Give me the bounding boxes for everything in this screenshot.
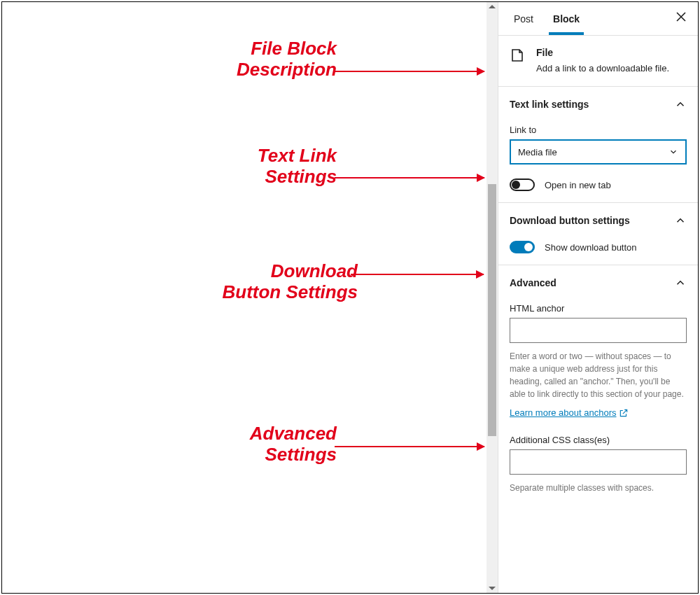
html-anchor-help: Enter a word or two — without spaces — t… bbox=[510, 350, 687, 400]
annotation-arrow-1 bbox=[335, 71, 484, 72]
text-link-settings-header[interactable]: Text link settings bbox=[510, 98, 687, 111]
annotation-advanced-settings: Advanced Settings bbox=[250, 424, 337, 465]
block-subtitle: Add a link to a downloadable file. bbox=[536, 62, 669, 75]
editor-scrollbar[interactable] bbox=[486, 2, 498, 593]
annotation-arrow-2 bbox=[335, 177, 484, 178]
link-to-select[interactable]: Media file bbox=[510, 139, 687, 164]
html-anchor-label: HTML anchor bbox=[510, 303, 687, 314]
chevron-up-icon bbox=[674, 214, 687, 227]
download-button-settings-panel: Download button settings Show download b… bbox=[498, 203, 698, 265]
sidebar-tabs: Post Block bbox=[498, 2, 698, 36]
learn-more-anchors-text: Learn more about anchors bbox=[510, 407, 616, 418]
block-title: File bbox=[536, 47, 669, 58]
advanced-panel: Advanced HTML anchor Enter a word or two… bbox=[498, 265, 698, 498]
scrollbar-thumb[interactable] bbox=[488, 184, 496, 436]
text-link-settings-panel: Text link settings Link to Media file Op… bbox=[498, 87, 698, 203]
close-sidebar-button[interactable] bbox=[671, 7, 691, 30]
link-to-value: Media file bbox=[518, 147, 557, 158]
scrollbar-arrow-down-icon[interactable] bbox=[489, 587, 496, 590]
file-block-icon bbox=[510, 47, 526, 64]
css-classes-label: Additional CSS class(es) bbox=[510, 435, 687, 445]
show-download-toggle[interactable] bbox=[510, 241, 535, 253]
css-classes-help: Separate multiple classes with spaces. bbox=[510, 482, 687, 494]
advanced-header[interactable]: Advanced bbox=[510, 276, 687, 289]
tab-post[interactable]: Post bbox=[504, 4, 543, 34]
close-icon bbox=[676, 11, 687, 22]
external-link-icon bbox=[619, 408, 629, 418]
open-new-tab-label: Open in new tab bbox=[545, 180, 611, 190]
settings-sidebar: Post Block File Add a link to a download… bbox=[498, 2, 698, 593]
download-button-settings-title: Download button settings bbox=[510, 215, 630, 226]
app-frame: File Block Description Text Link Setting… bbox=[1, 1, 699, 594]
download-button-settings-header[interactable]: Download button settings bbox=[510, 214, 687, 227]
chevron-up-icon bbox=[674, 98, 687, 111]
scrollbar-arrow-up-icon[interactable] bbox=[489, 5, 496, 8]
annotation-file-block-description: File Block Description bbox=[237, 38, 337, 80]
chevron-down-icon bbox=[668, 147, 678, 157]
chevron-up-icon bbox=[674, 276, 687, 289]
css-classes-input[interactable] bbox=[510, 449, 687, 475]
annotation-arrow-4 bbox=[335, 446, 484, 447]
open-new-tab-toggle[interactable] bbox=[510, 178, 535, 191]
editor-canvas: File Block Description Text Link Setting… bbox=[2, 2, 498, 593]
advanced-title: Advanced bbox=[510, 277, 556, 288]
text-link-settings-title: Text link settings bbox=[510, 99, 589, 110]
block-description-panel: File Add a link to a downloadable file. bbox=[498, 36, 698, 87]
tab-block[interactable]: Block bbox=[543, 4, 589, 34]
annotation-text-link-settings: Text Link Settings bbox=[258, 146, 337, 188]
annotation-arrow-3 bbox=[351, 274, 484, 275]
show-download-label: Show download button bbox=[545, 242, 637, 253]
annotation-download-button-settings: Download Button Settings bbox=[222, 261, 358, 303]
link-to-label: Link to bbox=[510, 125, 687, 135]
learn-more-anchors-link[interactable]: Learn more about anchors bbox=[510, 407, 629, 418]
html-anchor-input[interactable] bbox=[510, 318, 687, 343]
